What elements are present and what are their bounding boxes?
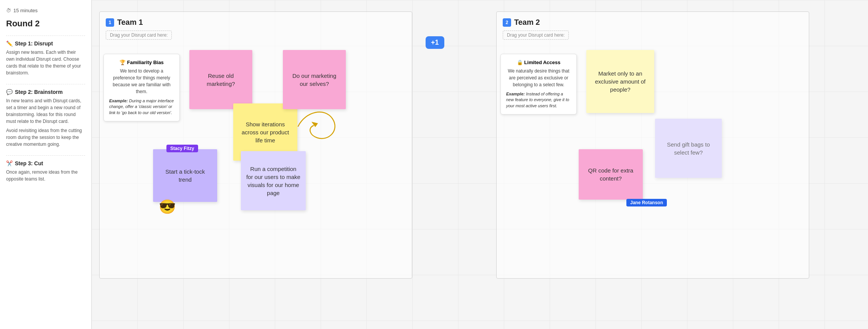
team-2-panel: 2 Team 2 Drag your Disrupt card here: 🔒 …: [496, 11, 809, 279]
team-1-header: 1 Team 1: [106, 18, 406, 27]
team-2-card-body: We naturally desire things that are perc…: [506, 68, 571, 88]
step-1-title: Step 1: Disrupt: [15, 40, 53, 47]
svg-marker-0: [311, 122, 318, 127]
timer-row: ⏱ 15 minutes: [6, 8, 85, 13]
timer-icon: ⏱: [6, 8, 11, 13]
sticky-tick-tock[interactable]: Start a tick-tock trend: [153, 149, 217, 202]
pencil-icon: ✏️: [6, 40, 13, 47]
step-3-section: ✂️ Step 3: Cut Once again, remove ideas …: [6, 155, 85, 185]
step-1-body: Assign new teams. Each with their own in…: [6, 49, 85, 76]
timer-label: 15 minutes: [13, 8, 38, 13]
round-title: Round 2: [6, 19, 85, 29]
team-2-disrupt-card: 🔒 Limited Access We naturally desire thi…: [500, 54, 577, 115]
sticky-market-exclusive[interactable]: Market only to an exclusive amount of pe…: [586, 50, 654, 113]
plus-one-button[interactable]: +1: [426, 36, 444, 49]
team-2-drop-zone[interactable]: Drag your Disrupt card here:: [503, 31, 569, 40]
chat-icon: 💬: [6, 89, 13, 95]
cursor-jane: Jane Rotanson: [626, 200, 632, 206]
cursor-stacy: Stacy Fitzy: [166, 145, 172, 152]
team-1-card-title: 🏆 Familiarity Bias: [109, 60, 174, 65]
team-2-badge: 2: [503, 18, 511, 27]
team-2-card-example: Example: Instead of offering a new featu…: [506, 91, 571, 109]
spiral-arrow: [290, 103, 348, 149]
team-1-drop-zone[interactable]: Drag your Disrupt card here:: [106, 31, 172, 40]
team-2-title: Team 2: [514, 18, 540, 27]
jane-label: Jane Rotanson: [626, 199, 667, 206]
sticky-send-gifts[interactable]: Send gift bags to select few?: [655, 119, 722, 178]
app-layout: ⏱ 15 minutes Round 2 ✏️ Step 1: Disrupt …: [0, 0, 868, 329]
lock-icon: 🔒: [517, 60, 523, 65]
cool-emoji: 😎: [159, 199, 176, 215]
step-3-body: Once again, remove ideas from the opposi…: [6, 169, 85, 182]
step-2-title: Step 2: Brainstorm: [15, 89, 63, 95]
sticky-qr-code[interactable]: QR code for extra content?: [579, 149, 643, 200]
step-2-body: In new teams and with Disrupt cards, set…: [6, 97, 85, 148]
trophy-icon: 🏆: [119, 60, 126, 65]
team-1-disrupt-card: 🏆 Familiarity Bias We tend to develop a …: [103, 54, 180, 121]
plus-one-label: +1: [431, 39, 439, 47]
sticky-reuse-marketing[interactable]: Reuse old marketing?: [189, 50, 252, 109]
canvas-area[interactable]: 1 Team 1 Drag your Disrupt card here: 🏆 …: [92, 0, 868, 329]
team-1-card-body: We tend to develop a preference for thin…: [109, 68, 174, 95]
team-2-header: 2 Team 2: [503, 18, 803, 27]
step-1-section: ✏️ Step 1: Disrupt Assign new teams. Eac…: [6, 35, 85, 79]
step-3-title: Step 3: Cut: [15, 160, 43, 166]
team-1-title: Team 1: [117, 18, 143, 27]
stacy-label: Stacy Fitzy: [166, 145, 198, 152]
sticky-do-marketing[interactable]: Do our marketing our selves?: [283, 50, 346, 109]
scissors-icon: ✂️: [6, 160, 13, 166]
team-2-card-title: 🔒 Limited Access: [506, 60, 571, 65]
step-3-header: ✂️ Step 3: Cut: [6, 160, 85, 166]
team-1-card-example: Example: During a major interface change…: [109, 98, 174, 116]
step-1-header: ✏️ Step 1: Disrupt: [6, 40, 85, 47]
step-2-header: 💬 Step 2: Brainstorm: [6, 89, 85, 95]
team-1-badge: 1: [106, 18, 114, 27]
step-2-section: 💬 Step 2: Brainstorm In new teams and wi…: [6, 84, 85, 150]
team-1-panel: 1 Team 1 Drag your Disrupt card here: 🏆 …: [99, 11, 412, 279]
sidebar: ⏱ 15 minutes Round 2 ✏️ Step 1: Disrupt …: [0, 0, 92, 329]
sticky-run-competition[interactable]: Run a competition for our users to make …: [241, 151, 306, 210]
